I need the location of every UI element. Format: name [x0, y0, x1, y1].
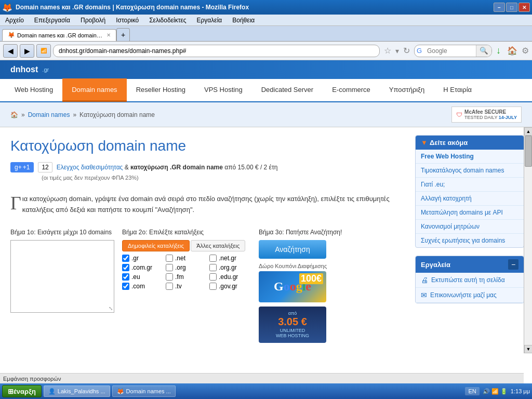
- step1-label: Βήμα 1ο: Εισάγετε μέχρι 10 domains: [10, 229, 114, 236]
- tab-main[interactable]: 🦊 Domain names και .GR domains | Κατοχύρ…: [2, 29, 116, 41]
- menu-help[interactable]: Βοήθεια: [229, 16, 258, 25]
- ext-com-gr[interactable]: .com.gr: [122, 264, 164, 271]
- site-nav: Web Hosting Domain names Reseller Hostin…: [0, 79, 532, 102]
- close-button[interactable]: ✕: [518, 3, 530, 12]
- ext-org-gr[interactable]: .org.gr: [209, 264, 251, 271]
- gplus-count: 12: [38, 162, 52, 172]
- checkbox-com-gr[interactable]: [122, 264, 129, 271]
- sidebar-resell-api[interactable]: Μεταπώληση domains με API: [416, 206, 524, 220]
- reload-button[interactable]: ↻: [401, 45, 412, 57]
- nav-ecommerce[interactable]: E-commerce: [323, 78, 380, 102]
- ext-fm[interactable]: .fm: [166, 273, 207, 281]
- gplus-note: (οι τιμές μας δεν περιέχουν ΦΠΑ 23%): [42, 175, 397, 181]
- dropdown-icon[interactable]: ▾: [395, 47, 399, 55]
- scroll-thumb[interactable]: [525, 136, 532, 167]
- scroll-down-arrow[interactable]: ▼: [524, 345, 532, 353]
- sidebar-see-more: ▼ Δείτε ακόμα Free Web Hosting Τιμοκατάλ…: [415, 135, 524, 248]
- sidebar-pricelist[interactable]: Τιμοκατάλογος domain names: [416, 164, 524, 178]
- tabbar: 🦊 Domain names και .GR domains | Κατοχύρ…: [0, 26, 532, 42]
- checkbox-org-gr[interactable]: [209, 264, 217, 271]
- menu-view[interactable]: Προβολή: [77, 16, 109, 25]
- signal-button: 📶: [36, 44, 51, 58]
- menu-tools[interactable]: Εργαλεία: [194, 16, 225, 25]
- site-logo: dnhost: [10, 65, 38, 74]
- tab-close-icon[interactable]: ✕: [107, 32, 111, 38]
- checkbox-fm[interactable]: [166, 273, 173, 281]
- checkbox-gov-gr[interactable]: [209, 283, 217, 290]
- ext-edu-gr[interactable]: .edu.gr: [209, 273, 251, 281]
- sidebar-faq[interactable]: Συχνές ερωτήσεις για domains: [416, 234, 524, 247]
- ext-com[interactable]: .com: [122, 283, 164, 290]
- forward-button[interactable]: ▶: [20, 44, 34, 58]
- scroll-up-arrow[interactable]: ▲: [524, 127, 532, 136]
- other-extensions-tab[interactable]: Άλλες καταλήξεις: [191, 240, 245, 251]
- checkbox-net[interactable]: [166, 255, 173, 262]
- ext-net[interactable]: .net: [166, 255, 207, 262]
- home-button[interactable]: 🏠: [505, 45, 520, 57]
- checkbox-tv[interactable]: [166, 283, 173, 290]
- checkbox-org[interactable]: [166, 264, 173, 271]
- ext-tv[interactable]: .tv: [166, 283, 207, 290]
- ext-net-gr[interactable]: .net.gr: [209, 255, 251, 262]
- search-button[interactable]: 🔍: [476, 45, 491, 57]
- main-content: Κατοχύρωση domain name g+ +1 12 Ελεγχος …: [0, 127, 532, 353]
- expand-icon: ⤡: [109, 305, 113, 311]
- download-icon[interactable]: ↓: [494, 44, 503, 57]
- url-input[interactable]: [53, 45, 380, 57]
- page-wrapper: dnhost .gr Web Hosting Domain names Rese…: [0, 60, 532, 371]
- checkbox-com[interactable]: [122, 283, 129, 290]
- more-icon[interactable]: ⚙: [522, 46, 529, 56]
- checkbox-eu[interactable]: [122, 273, 129, 281]
- gplus-button[interactable]: g+ +1: [10, 162, 34, 172]
- checkbox-gr[interactable]: [122, 255, 129, 262]
- new-tab-button[interactable]: +: [116, 28, 130, 41]
- desc-block: Γ ια κατοχύρωση domain, γράψτε ένα domai…: [10, 189, 397, 221]
- mail-icon: ✉: [421, 291, 427, 299]
- promo-label: UNLIMITED WEB HOSTING: [276, 328, 309, 338]
- menu-bookmarks[interactable]: Σελιδοδείκτες: [146, 16, 189, 25]
- sidebar-registries[interactable]: Κανονισμοί μητρώων: [416, 220, 524, 234]
- nav-vps[interactable]: VPS Hosting: [195, 78, 252, 102]
- domain-input[interactable]: [13, 243, 112, 310]
- checkbox-net-gr[interactable]: [209, 255, 217, 262]
- minimize-button[interactable]: −: [494, 3, 505, 12]
- sidebar-change-registrar[interactable]: Αλλαγή κατοχρητή: [416, 192, 524, 206]
- home-icon[interactable]: 🏠: [10, 111, 18, 118]
- menu-history[interactable]: Ιστορικό: [113, 16, 142, 25]
- tool-print[interactable]: 🖨 Εκτυπώστε αυτή τη σελίδα: [416, 273, 524, 288]
- gplus-icon: g+: [15, 164, 22, 171]
- nav-dedicated[interactable]: Dedicated Server: [252, 78, 323, 102]
- mcafee-label: McAfee SECURE: [464, 109, 517, 115]
- availability-link[interactable]: Ελεγχος διαθεσιμότητας: [57, 164, 123, 171]
- sidebar-eu[interactable]: Γιατί .eu;: [416, 178, 524, 192]
- ext-eu[interactable]: .eu: [122, 273, 164, 281]
- sidebar-tools: Εργαλεία − 🖨 Εκτυπώστε αυτή τη σελίδα ✉ …: [415, 256, 524, 303]
- ext-gov-gr[interactable]: .gov.gr: [209, 283, 251, 290]
- ext-gr[interactable]: .gr: [122, 255, 164, 262]
- site-header: dnhost .gr: [0, 60, 532, 79]
- step1-column: Βήμα 1ο: Εισάγετε μέχρι 10 domains ⤡: [10, 229, 114, 343]
- menu-edit[interactable]: Επεξεργασία: [31, 16, 73, 25]
- ext-org[interactable]: .org: [166, 264, 207, 271]
- sidebar-free-hosting[interactable]: Free Web Hosting: [416, 150, 524, 164]
- search-domain-button[interactable]: Αναζήτηση: [259, 240, 326, 259]
- nav-web-hosting[interactable]: Web Hosting: [5, 78, 62, 102]
- back-button[interactable]: ◀: [3, 44, 18, 58]
- extension-tabs: Δημοφιλείς καταλήξεις Άλλες καταλήξεις: [122, 240, 251, 251]
- bookmark-icon[interactable]: ☆: [382, 45, 393, 57]
- checkbox-edu-gr[interactable]: [209, 273, 217, 281]
- breadcrumb-domain-names[interactable]: Domain names: [28, 111, 70, 118]
- search-input[interactable]: [424, 47, 476, 55]
- nav-company[interactable]: Η Εταιρία: [434, 78, 481, 102]
- nav-reseller[interactable]: Reseller Hosting: [127, 78, 195, 102]
- tool-contact[interactable]: ✉ Επικοινωνήστε μαζί μας: [416, 288, 524, 303]
- nav-domain-names[interactable]: Domain names: [62, 78, 126, 102]
- popular-extensions-tab[interactable]: Δημοφιλείς καταλήξεις: [122, 240, 190, 251]
- menu-file[interactable]: Αρχείο: [2, 16, 27, 25]
- tools-collapse-button[interactable]: −: [508, 259, 518, 270]
- maximize-button[interactable]: □: [506, 3, 517, 12]
- extensions-grid: .gr .net .net.gr .com.gr .org: [122, 255, 251, 290]
- step3-label: Βήμα 3ο: Πατήστε Αναζήτηση!: [259, 229, 342, 236]
- nav-support[interactable]: Υποστήριξη: [380, 78, 434, 102]
- drop-cap: Γ: [10, 194, 21, 212]
